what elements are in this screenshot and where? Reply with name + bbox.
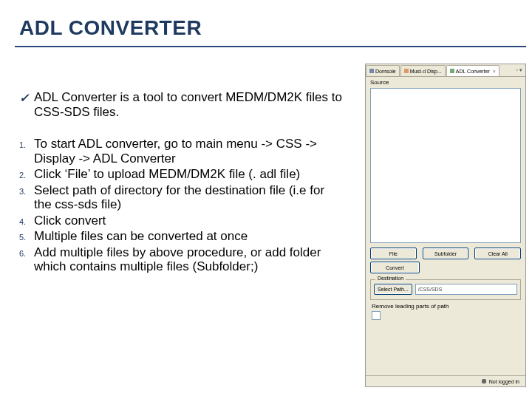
button-row-1: File Subfolder Clear All bbox=[366, 243, 525, 262]
step-number: 2. bbox=[19, 167, 34, 182]
remove-leading-row: Remove leading parts of path bbox=[366, 303, 525, 310]
step-number: 4. bbox=[19, 214, 34, 228]
console-icon bbox=[369, 69, 374, 73]
tab-label: Must-d Disp... bbox=[410, 69, 442, 74]
screenshot-panel: Domsole Must-d Disp... ADL Converter × ▫… bbox=[365, 64, 526, 387]
list-item: 3. Select path of directory for the dest… bbox=[19, 183, 344, 212]
tab-console[interactable]: Domsole bbox=[366, 65, 400, 76]
source-listbox[interactable] bbox=[370, 88, 521, 243]
list-item: 6. Add multiple files by above procedure… bbox=[19, 245, 344, 274]
page-title: ADL CONVERTER bbox=[19, 16, 202, 40]
close-icon[interactable]: × bbox=[493, 69, 496, 74]
bullet-mark-icon: ✓ bbox=[19, 90, 34, 119]
status-bar: Not logged in bbox=[366, 375, 525, 386]
list-item: 2. Click ‘File’ to upload MEDM/DM2K file… bbox=[19, 167, 344, 182]
subfolder-button[interactable]: Subfolder bbox=[423, 248, 469, 259]
select-path-button[interactable]: Select Path... bbox=[374, 284, 412, 295]
step-number: 5. bbox=[19, 229, 34, 244]
status-text: Not logged in bbox=[489, 379, 519, 384]
tab-display[interactable]: Must-d Disp... bbox=[400, 65, 446, 76]
destination-path-input[interactable]: /CSS/SDS bbox=[415, 284, 517, 295]
step-text: Click ‘File’ to upload MEDM/DM2K file (.… bbox=[34, 167, 344, 182]
remove-leading-label: Remove leading parts of path bbox=[372, 303, 449, 310]
list-item: 1. To start ADL converter, go to main me… bbox=[19, 137, 344, 166]
step-number: 3. bbox=[19, 183, 34, 212]
step-text: Add multiple files by above procedure, o… bbox=[34, 245, 344, 274]
step-text: To start ADL converter, go to main menu … bbox=[34, 137, 344, 166]
step-text: Multiple files can be converted at once bbox=[34, 229, 344, 244]
tab-controls: ▫ ▾ bbox=[514, 67, 525, 73]
status-icon bbox=[482, 379, 486, 383]
minimize-icon[interactable]: ▫ bbox=[516, 67, 518, 73]
step-text: Click convert bbox=[34, 214, 344, 228]
intro-text: ADL Converter is a tool to convert MEDM/… bbox=[34, 90, 344, 119]
tab-label: ADL Converter bbox=[456, 69, 490, 74]
dropdown-icon[interactable]: ▾ bbox=[519, 67, 522, 73]
list-item: 4. Click convert bbox=[19, 214, 344, 228]
tab-adl-converter[interactable]: ADL Converter × bbox=[446, 65, 499, 76]
remove-leading-checkbox[interactable] bbox=[372, 311, 381, 320]
tab-label: Domsole bbox=[375, 69, 396, 74]
step-number: 6. bbox=[19, 245, 34, 274]
list-item: 5. Multiple files can be converted at on… bbox=[19, 229, 344, 244]
step-number: 1. bbox=[19, 137, 34, 166]
remove-leading-checkbox-row bbox=[366, 310, 525, 321]
converter-icon bbox=[450, 69, 454, 73]
intro-bullet: ✓ ADL Converter is a tool to convert MED… bbox=[19, 90, 344, 119]
destination-group: Destination Select Path... /CSS/SDS bbox=[370, 279, 521, 300]
destination-legend: Destination bbox=[375, 276, 406, 281]
tab-bar: Domsole Must-d Disp... ADL Converter × ▫… bbox=[366, 64, 525, 77]
steps-list: 1. To start ADL converter, go to main me… bbox=[19, 137, 344, 274]
clear-all-button[interactable]: Clear All bbox=[474, 248, 521, 259]
display-icon bbox=[404, 69, 409, 73]
title-rule bbox=[15, 46, 526, 47]
step-text: Select path of directory for the destina… bbox=[34, 183, 344, 212]
content-body: ✓ ADL Converter is a tool to convert MED… bbox=[19, 90, 344, 276]
source-label: Source bbox=[366, 77, 525, 88]
file-button[interactable]: File bbox=[370, 248, 417, 259]
convert-button[interactable]: Convert bbox=[370, 262, 420, 273]
